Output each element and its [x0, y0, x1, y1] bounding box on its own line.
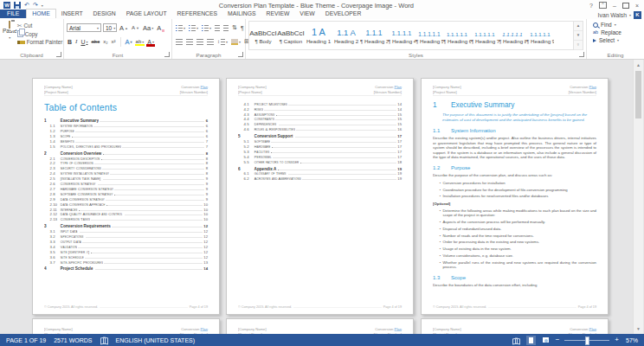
style-heading-2[interactable]: 1.1 AHeading 2	[332, 22, 360, 49]
highlight-button[interactable]: ab▾	[135, 39, 145, 44]
toc-entry[interactable]: 4.6Roles & Responsibilities16	[238, 127, 402, 132]
page-executive-summary[interactable]: [Company Name] [Project Name] Conversion…	[421, 78, 609, 315]
style-heading-9[interactable]: 1.1.1.1.1¶ Heading 9	[526, 22, 554, 49]
cut-button[interactable]: ✂ Cut	[17, 22, 63, 29]
styles-more-icon[interactable]: ▿	[574, 41, 583, 50]
sort-button[interactable]: ⇅	[231, 24, 238, 31]
toc-entry[interactable]: 3.7Site-Specific Procedures13	[44, 260, 208, 265]
toc-entry[interactable]: 1.5Policies, Directives and Procedures7	[44, 144, 208, 149]
align-left-button[interactable]	[175, 39, 184, 45]
styles-scroll-up-icon[interactable]: ▲	[574, 22, 583, 31]
format-painter-button[interactable]: Format Painter	[17, 39, 63, 45]
tab-file[interactable]: FILE	[0, 10, 26, 18]
style-body[interactable]: AaBbCcI¶ Body	[249, 22, 277, 49]
align-center-button[interactable]	[185, 39, 194, 45]
show-formatting-button[interactable]: ¶	[240, 25, 245, 31]
zoom-out-button[interactable]: −	[556, 336, 560, 343]
subscript-button[interactable]: x₂	[102, 39, 108, 44]
page-partial[interactable]: [Company Name] [Project Name] Conversion…	[421, 318, 609, 334]
minimize-icon[interactable]: –	[613, 3, 616, 9]
help-icon[interactable]: ?	[589, 3, 593, 9]
scroll-thumb[interactable]	[635, 71, 641, 119]
zoom-in-button[interactable]: +	[615, 336, 619, 343]
replace-button[interactable]: ab Replace	[589, 29, 641, 35]
multilevel-list-button[interactable]: ▾	[201, 25, 212, 31]
toc-entry[interactable]: 6.2Acronyms and Abbreviations19	[238, 176, 402, 182]
dialog-launcher-icon[interactable]	[238, 52, 243, 57]
header-doc-link[interactable]: Plan	[589, 85, 596, 89]
copy-button[interactable]: Copy	[17, 30, 63, 37]
tab-review[interactable]: REVIEW	[261, 10, 295, 18]
shrink-font-button[interactable]: A▼	[131, 25, 140, 30]
dialog-launcher-icon[interactable]	[164, 52, 170, 57]
italic-button[interactable]: I	[74, 38, 78, 45]
style-heading-8[interactable]: 1.1.1.1.1¶ Heading 8	[499, 22, 526, 49]
header-doc-link[interactable]: Plan	[395, 85, 402, 89]
style-caption[interactable]: AaBbCcI¶ Caption	[277, 22, 305, 49]
page-indicator[interactable]: PAGE 1 OF 19	[6, 337, 46, 343]
increase-indent-button[interactable]	[222, 25, 229, 31]
justify-button[interactable]	[206, 39, 215, 45]
tab-references[interactable]: REFERENCES	[172, 10, 222, 18]
header-doc-link[interactable]: Plan	[201, 85, 208, 89]
change-case-button[interactable]: Aa▾	[142, 24, 154, 32]
line-spacing-button[interactable]: ↕▾	[216, 39, 229, 45]
zoom-slider-thumb[interactable]	[585, 336, 589, 345]
page-partial[interactable]: [Company Name] [Project Name] Conversion…	[226, 318, 414, 334]
tab-mailings[interactable]: MAILINGS	[222, 10, 261, 18]
web-layout-button[interactable]	[541, 336, 551, 345]
dialog-launcher-icon[interactable]	[579, 52, 584, 57]
clear-formatting-button[interactable]: A	[156, 24, 162, 32]
tab-design[interactable]: DESIGN	[88, 10, 121, 18]
zoom-level[interactable]: 57%	[624, 337, 638, 343]
tab-page-layout[interactable]: PAGE LAYOUT	[121, 10, 172, 18]
style-heading-7[interactable]: 1.1.1.1.1¶ Heading 7	[471, 22, 499, 49]
styles-scroll-down-icon[interactable]: ▼	[574, 31, 583, 41]
align-right-button[interactable]	[196, 39, 204, 45]
page-toc-2[interactable]: [Company Name] [Project Name] Conversion…	[226, 78, 414, 315]
text-effects-button[interactable]: A▾	[125, 38, 133, 46]
superscript-button[interactable]: x²	[111, 39, 117, 44]
paste-button[interactable]: Paste ▾	[3, 21, 17, 50]
account-area[interactable]: Ivan Walsh ▾ K	[598, 11, 644, 19]
dialog-launcher-icon[interactable]	[56, 52, 61, 57]
font-name-select[interactable]: Arial▾	[67, 23, 101, 32]
toc-entry[interactable]: 4Project Schedule14	[44, 266, 208, 272]
close-icon[interactable]: ×	[635, 3, 639, 9]
tab-home[interactable]: HOME	[26, 9, 55, 18]
decrease-indent-button[interactable]	[214, 25, 221, 31]
language-indicator[interactable]: ENGLISH (UNITED STATES)	[116, 337, 196, 343]
avatar[interactable]: K	[634, 11, 641, 19]
shading-button[interactable]: ▾	[230, 39, 242, 45]
font-size-select[interactable]: 10▾	[103, 23, 117, 32]
bold-button[interactable]: B	[67, 39, 73, 45]
scroll-down-icon[interactable]: ▼	[634, 324, 642, 333]
vertical-scrollbar[interactable]: ▲ ▼	[633, 60, 643, 334]
page-partial[interactable]: [Company Name] [Project Name] Conversion…	[32, 318, 220, 334]
underline-button[interactable]: U▾	[80, 39, 88, 45]
style-heading-5[interactable]: 1.1.1.1.1¶ Heading 5	[415, 22, 443, 49]
find-button[interactable]: Find▾	[589, 22, 641, 28]
style-heading-4[interactable]: 1.1.1.1¶ Heading 4	[388, 22, 415, 49]
page-toc-1[interactable]: [Company Name] [Project Name] Conversion…	[32, 78, 220, 315]
style-heading-3[interactable]: 1.1.1¶ Heading 3	[360, 22, 388, 49]
tab-insert[interactable]: INSERT	[56, 10, 88, 18]
tab-view[interactable]: VIEW	[294, 10, 319, 18]
read-mode-button[interactable]	[512, 336, 521, 345]
bullets-button[interactable]: ▾	[175, 25, 186, 31]
strikethrough-button[interactable]: abc	[90, 39, 100, 44]
toc-entry[interactable]: 5.5Other factors to consider18	[238, 159, 402, 164]
restore-icon[interactable]	[622, 3, 629, 9]
proofing-icon[interactable]	[100, 337, 108, 343]
zoom-slider[interactable]	[564, 340, 609, 341]
print-layout-button[interactable]	[526, 336, 536, 345]
grow-font-button[interactable]: A▲	[119, 24, 129, 32]
style-heading-1[interactable]: 1 AHeading 1	[305, 22, 332, 49]
style-heading-6[interactable]: 1.1.1.1.1¶ Heading 6	[443, 22, 471, 49]
font-color-button[interactable]: A▾	[146, 39, 155, 45]
tab-developer[interactable]: DEVELOPER	[320, 10, 367, 18]
numbering-button[interactable]: ▾	[188, 25, 199, 31]
select-button[interactable]: Select▾	[589, 37, 641, 43]
scroll-up-icon[interactable]: ▲	[634, 61, 642, 69]
document-canvas[interactable]: [Company Name] [Project Name] Conversion…	[0, 60, 644, 334]
